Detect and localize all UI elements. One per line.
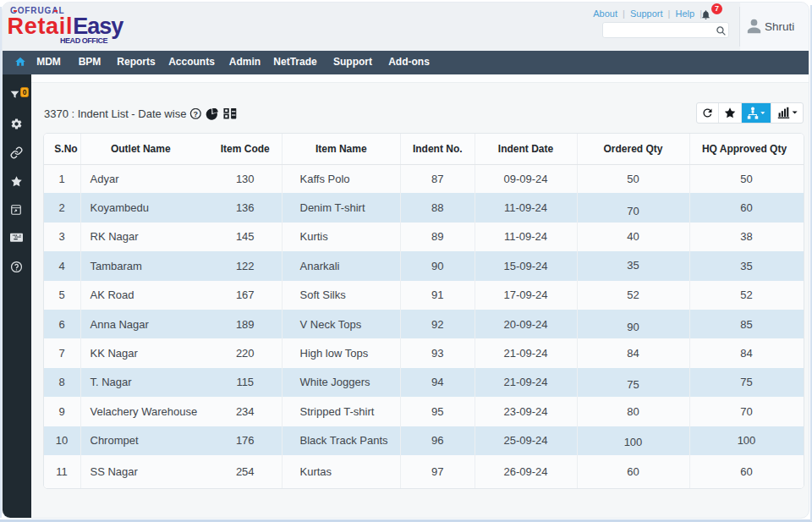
svg-text:?: ? [194, 110, 199, 118]
